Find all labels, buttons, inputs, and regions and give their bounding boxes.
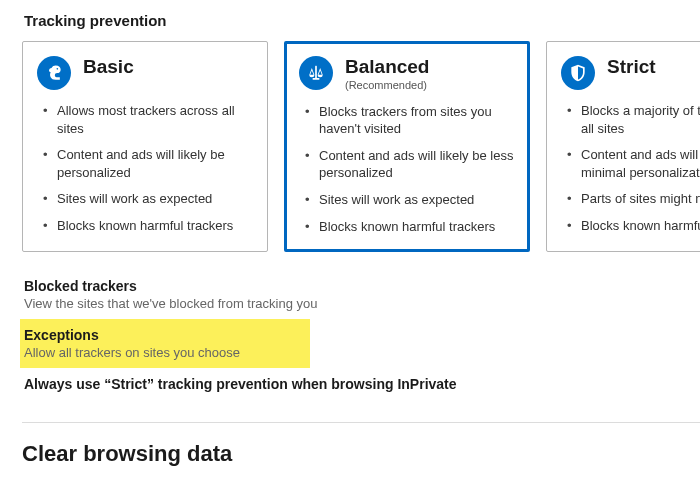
- divider: [22, 422, 700, 423]
- list-item: Sites will work as expected: [41, 190, 253, 208]
- list-item: Blocks known harmful trackers: [303, 218, 515, 236]
- card-subtitle: (Recommended): [345, 79, 429, 91]
- card-title: Basic: [83, 56, 134, 78]
- list-item: Blocks known harmful trackers: [41, 217, 253, 235]
- card-title: Balanced: [345, 56, 429, 78]
- level-card-balanced[interactable]: Balanced (Recommended) Blocks trackers f…: [284, 41, 530, 252]
- strict-inprivate-toggle-row[interactable]: Always use “Strict” tracking prevention …: [22, 368, 700, 400]
- card-title: Strict: [607, 56, 656, 78]
- exceptions-link[interactable]: Exceptions Allow all trackers on sites y…: [20, 319, 310, 368]
- tracking-level-cards: Basic Allows most trackers across all si…: [22, 41, 700, 252]
- level-card-strict[interactable]: Strict Blocks a majority of trackers fro…: [546, 41, 700, 252]
- list-item: Content and ads will likely have minimal…: [565, 146, 700, 181]
- list-item: Blocks a majority of trackers from all s…: [565, 102, 700, 137]
- tracking-prevention-title: Tracking prevention: [24, 12, 700, 29]
- list-item: Blocks trackers from sites you haven't v…: [303, 103, 515, 138]
- list-item: Allows most trackers across all sites: [41, 102, 253, 137]
- blocked-trackers-link[interactable]: Blocked trackers View the sites that we'…: [22, 270, 700, 319]
- squirrel-icon: [37, 56, 71, 90]
- row-desc: Allow all trackers on sites you choose: [24, 345, 308, 360]
- row-title: Blocked trackers: [24, 278, 698, 294]
- list-item: Blocks known harmful trackers: [565, 217, 700, 235]
- level-card-basic[interactable]: Basic Allows most trackers across all si…: [22, 41, 268, 252]
- row-title: Exceptions: [24, 327, 308, 343]
- row-title: Always use “Strict” tracking prevention …: [24, 376, 698, 392]
- list-item: Content and ads will likely be personali…: [41, 146, 253, 181]
- row-desc: View the sites that we've blocked from t…: [24, 296, 698, 311]
- list-item: Parts of sites might not work: [565, 190, 700, 208]
- shield-icon: [561, 56, 595, 90]
- scale-icon: [299, 56, 333, 90]
- list-item: Sites will work as expected: [303, 191, 515, 209]
- clear-browsing-data-title: Clear browsing data: [22, 441, 700, 467]
- list-item: Content and ads will likely be less pers…: [303, 147, 515, 182]
